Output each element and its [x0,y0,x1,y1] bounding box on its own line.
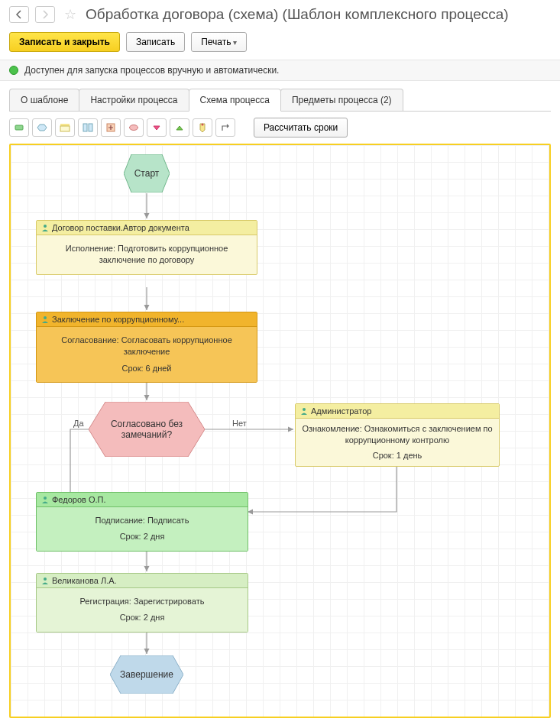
tool-connector-icon[interactable] [215,118,235,137]
calculate-button[interactable]: Рассчитать сроки [254,118,348,138]
tool-end-icon[interactable] [32,118,52,137]
node-task-3[interactable]: Администратор Ознакомление: Ознакомиться… [295,403,500,467]
node-4-body: Подписание: Подписать [43,515,241,526]
node-2-deadline: Срок: 6 дней [43,363,251,374]
node-1-head: Договор поставки.Автор документа [52,223,189,232]
forward-button[interactable] [35,6,55,23]
save-button[interactable]: Записать [126,32,185,52]
node-3-head: Администратор [311,406,371,416]
tool-task-icon[interactable] [55,118,75,137]
node-task-4[interactable]: Федоров О.П. Подписание: Подписать Срок:… [36,492,248,552]
tool-down-icon[interactable] [147,118,167,137]
tool-add-icon[interactable] [101,118,121,137]
node-2-body: Согласование: Согласовать коррупционное … [43,335,251,358]
print-button[interactable]: Печать [191,32,247,52]
edge-label-no: Нет [232,419,247,428]
tool-start-icon[interactable] [9,118,29,137]
node-5-body: Регистрация: Зарегистрировать [43,596,241,607]
node-2-head: Заключение по коррупционному... [52,315,184,324]
node-decision-label: Согласовано без замечаний? [89,419,205,440]
back-button[interactable] [9,6,29,23]
node-task-2[interactable]: Заключение по коррупционному... Согласов… [36,312,257,383]
node-1-body: Исполнение: Подготовить коррупционное за… [43,243,251,267]
node-start[interactable]: Старт [124,154,170,193]
tab-schema[interactable]: Схема процесса [189,89,281,112]
svg-point-19 [44,497,47,500]
status-text: Доступен для запуска процессов вручную и… [24,65,279,76]
svg-point-20 [44,578,47,581]
edge-label-yes: Да [73,419,84,428]
diagram-canvas[interactable]: Старт Договор поставки.Автор документа И… [11,145,549,717]
node-decision[interactable]: Согласовано без замечаний? [89,402,205,457]
svg-point-7 [202,124,204,126]
tool-up-icon[interactable] [170,118,189,137]
svg-point-6 [130,125,138,131]
node-4-head: Федоров О.П. [52,495,106,504]
tool-script-icon[interactable] [193,118,212,137]
favorite-icon[interactable]: ☆ [64,6,76,23]
node-task-5[interactable]: Великанова Л.А. Регистрация: Зарегистрир… [36,573,248,633]
tool-split-icon[interactable] [78,118,98,137]
svg-rect-0 [15,125,23,130]
tool-condition-icon[interactable] [124,118,144,137]
tab-about[interactable]: О шаблоне [9,89,79,111]
node-4-deadline: Срок: 2 дня [43,531,241,542]
svg-point-16 [44,316,47,319]
node-5-head: Великанова Л.А. [52,576,117,585]
page-title: Обработка договора (схема) (Шаблон компл… [86,6,509,23]
svg-rect-2 [60,126,70,131]
svg-rect-4 [89,124,92,131]
save-close-button[interactable]: Записать и закрыть [9,32,120,52]
svg-point-15 [44,225,47,228]
node-task-1[interactable]: Договор поставки.Автор документа Исполне… [36,220,257,275]
node-5-deadline: Срок: 2 дня [43,612,241,623]
tab-subjects[interactable]: Предметы процесса (2) [280,89,403,111]
svg-rect-3 [83,124,87,131]
tab-settings[interactable]: Настройки процесса [79,89,189,111]
svg-point-18 [303,408,306,411]
node-end-label: Завершение [120,669,173,680]
node-3-deadline: Срок: 1 день [302,450,493,461]
node-3-body: Ознакомление: Ознакомиться с заключением… [302,423,493,447]
node-end[interactable]: Завершение [110,655,183,694]
status-dot-icon [9,66,18,75]
node-start-label: Старт [134,168,160,179]
